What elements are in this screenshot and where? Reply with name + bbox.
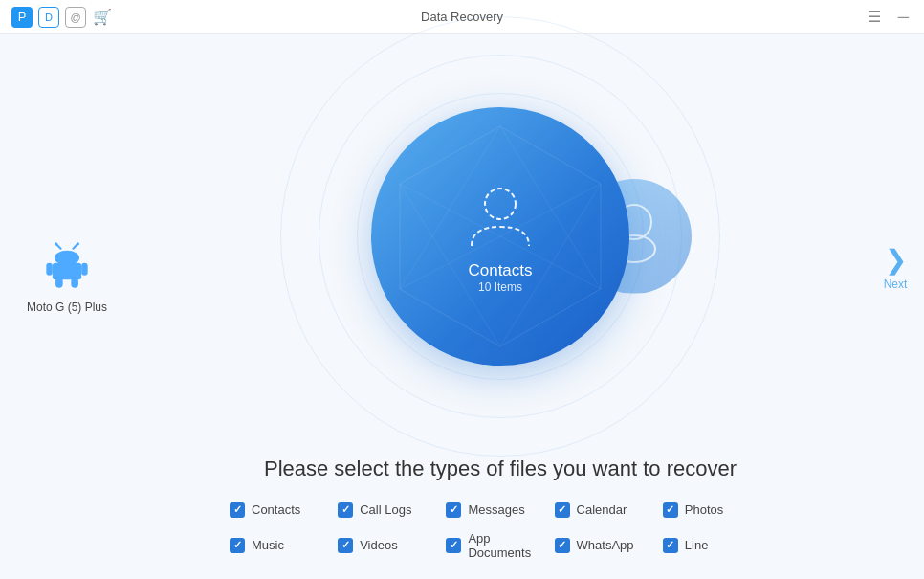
svg-line-2 — [56, 244, 60, 248]
checkbox-line[interactable] — [663, 538, 678, 553]
label-messages: Messages — [468, 502, 524, 517]
checkbox-photos[interactable] — [663, 502, 678, 518]
file-types-title: Please select the types of files you wan… — [230, 457, 771, 481]
device-panel: Moto G (5) Plus — [0, 34, 134, 579]
title-bar-left: P D @ 🛒 — [11, 7, 113, 28]
checkbox-call-logs[interactable] — [338, 502, 353, 518]
title-bar-right: ☰ ─ — [864, 6, 913, 28]
main-circle: Contacts 10 Items — [371, 107, 629, 366]
file-type-photos[interactable]: Photos — [663, 502, 771, 518]
checkbox-videos[interactable] — [338, 538, 353, 553]
file-type-contacts[interactable]: Contacts — [230, 502, 338, 518]
main-circle-label: Contacts — [468, 261, 532, 280]
next-label: Next — [884, 278, 908, 291]
file-type-call-logs[interactable]: Call Logs — [338, 502, 446, 518]
label-app-documents: App Documents — [468, 531, 554, 560]
file-type-app-documents[interactable]: App Documents — [446, 531, 554, 560]
svg-rect-8 — [46, 263, 53, 276]
minimize-button[interactable]: ─ — [894, 7, 913, 28]
main-area: Moto G (5) Plus — [0, 34, 924, 579]
label-contacts: Contacts — [252, 502, 300, 517]
cart-icon[interactable]: 🛒 — [92, 7, 113, 28]
checkbox-messages[interactable] — [446, 502, 461, 518]
file-type-messages[interactable]: Messages — [446, 502, 554, 518]
file-type-music[interactable]: Music — [230, 531, 338, 560]
checkbox-contacts[interactable] — [230, 502, 245, 518]
label-whatsapp: WhatsApp — [577, 538, 634, 552]
svg-rect-6 — [55, 251, 79, 265]
svg-point-3 — [55, 242, 57, 245]
checkbox-whatsapp[interactable] — [555, 538, 570, 553]
file-type-whatsapp[interactable]: WhatsApp — [555, 531, 663, 560]
svg-point-21 — [485, 189, 516, 219]
svg-point-5 — [77, 242, 79, 245]
svg-rect-11 — [71, 278, 78, 288]
main-circle-count: 10 Items — [478, 280, 522, 294]
menu-button[interactable]: ☰ — [864, 6, 885, 28]
label-videos: Videos — [360, 538, 398, 552]
file-type-videos[interactable]: Videos — [338, 531, 446, 560]
checkbox-app-documents[interactable] — [446, 538, 461, 553]
next-arrow-icon: ❯ — [885, 247, 907, 274]
label-calendar: Calendar — [577, 502, 627, 517]
next-panel[interactable]: ❯ Next — [867, 34, 924, 579]
checkbox-calendar[interactable] — [555, 502, 570, 518]
file-type-calendar[interactable]: Calendar — [555, 502, 663, 518]
label-photos: Photos — [685, 502, 723, 517]
contacts-figure-icon — [462, 179, 539, 256]
svg-rect-7 — [53, 263, 81, 279]
label-line: Line — [685, 538, 709, 552]
circles-container: Contacts 10 Items — [271, 35, 730, 437]
device-name: Moto G (5) Plus — [27, 300, 107, 316]
file-types-grid: ContactsCall LogsMessagesCalendarPhotosM… — [230, 502, 771, 560]
svg-rect-10 — [55, 278, 63, 288]
logo-p-icon[interactable]: P — [11, 7, 33, 28]
svg-line-4 — [74, 244, 77, 248]
svg-rect-9 — [81, 263, 88, 276]
at-icon[interactable]: @ — [65, 7, 86, 28]
label-call-logs: Call Logs — [360, 502, 411, 517]
checkbox-music[interactable] — [230, 538, 245, 553]
file-type-line[interactable]: Line — [663, 531, 771, 560]
file-types-section: Please select the types of files you wan… — [134, 457, 867, 560]
doc-icon[interactable]: D — [38, 7, 59, 28]
center-area: Contacts 10 Items Please select the type… — [134, 34, 867, 579]
label-music: Music — [252, 538, 284, 552]
android-icon — [42, 240, 92, 290]
